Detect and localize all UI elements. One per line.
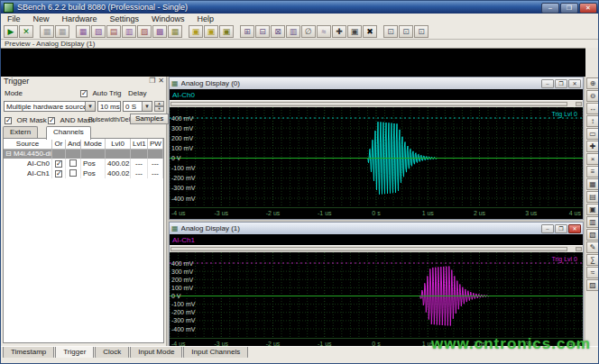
option-setup-icon[interactable]: ▦ (168, 25, 182, 38)
card-settings-icon[interactable]: ▦ (76, 25, 90, 38)
grid-icon[interactable]: ▦ (586, 178, 599, 190)
close-button[interactable]: ✕ (579, 3, 597, 14)
scrollbar-end-button[interactable] (576, 102, 582, 106)
waveform-area-ch1[interactable]: 400 mV300 mV200 mV100 mV0 V-100 mV-200 m… (170, 252, 583, 338)
trigger-tab-extern[interactable]: Extern (3, 126, 38, 139)
close-button[interactable]: ✕ (568, 79, 581, 88)
maximize-button[interactable]: ❐ (560, 3, 578, 14)
delay-spinner[interactable]: ▲ ▼ (154, 101, 164, 112)
calculation-icon[interactable]: ∅ (301, 25, 316, 38)
level0-cell[interactable]: 400.02... (106, 159, 131, 168)
zoom-out-icon[interactable]: ⊖ (586, 90, 599, 102)
samples-button[interactable]: Samples (130, 114, 169, 124)
cursor-off-icon[interactable]: × (586, 153, 599, 165)
level1-cell[interactable]: --- (131, 159, 148, 168)
trigger-mode-cell[interactable]: Pos (81, 159, 106, 168)
card-group-row[interactable]: ⊟ M4i.4450-di S... (4, 150, 163, 159)
digital-display-icon[interactable]: ▥ (286, 25, 300, 38)
or-mask-checkbox[interactable] (5, 117, 12, 124)
clock-setup-icon[interactable]: ▥ (122, 25, 136, 38)
zoom-horizontal-icon[interactable]: ↔ (586, 103, 599, 114)
start-acquisition-icon[interactable]: ▶ (4, 25, 18, 38)
analog-display-icon[interactable]: ⊟ (255, 25, 270, 38)
menu-item-settings[interactable]: Settings (104, 14, 146, 23)
level1-cell[interactable]: --- (131, 168, 148, 178)
auto-trig-checkbox[interactable] (80, 90, 88, 97)
menu-item-hardware[interactable]: Hardware (56, 14, 104, 23)
card-group-label[interactable]: ⊟ M4i.4450-di S... (4, 150, 52, 159)
scrollbar-thumb[interactable] (170, 102, 567, 106)
input-setup-icon[interactable]: ▧ (91, 25, 106, 38)
cursor-icon[interactable]: ✚ (586, 141, 599, 152)
menu-item-help[interactable]: Help (191, 14, 221, 23)
analog-display-0-titlebar[interactable]: ▦ Analog Display (0) – ❐ ✕ (170, 77, 583, 89)
fft-icon[interactable]: ≈ (317, 25, 331, 38)
spinner-down-icon[interactable]: ▼ (154, 106, 164, 112)
new-display-icon[interactable]: ⊞ (240, 25, 254, 38)
restore-button[interactable]: ❐ (555, 224, 567, 233)
waveform-area-ch0[interactable]: 400 mV300 mV200 mV100 mV0 V-100 mV-200 m… (170, 107, 583, 207)
trigger-panel-title[interactable]: Trigger ❐ ✕ (1, 77, 166, 86)
analog-display-1-window[interactable]: ▦ Analog Display (1) – ❐ ✕ AI-Ch1 400 mV… (169, 222, 584, 350)
trigger-mode-cell[interactable]: Pos (81, 168, 106, 178)
and-checkbox[interactable] (66, 159, 81, 168)
minimize-button[interactable]: – (541, 224, 554, 233)
snapshot-icon[interactable]: ▦ (55, 25, 69, 38)
zoom-vertical-icon[interactable]: ↕ (586, 115, 599, 127)
copy-channel-icon[interactable]: ▣ (347, 25, 362, 38)
and-checkbox[interactable] (66, 168, 81, 178)
export-icon[interactable]: ▣ (219, 25, 234, 38)
channel-setup-icon[interactable]: ▨ (137, 25, 152, 38)
monitor-1-icon[interactable]: ⊡ (383, 25, 398, 38)
horizontal-scrollbar[interactable] (170, 100, 583, 107)
monitor-2-icon[interactable]: ⊡ (399, 25, 413, 38)
trigger-tab-channels[interactable]: Channels (46, 126, 91, 140)
overlay-icon[interactable]: ▥ (586, 216, 599, 228)
analog-display-0-window[interactable]: ▦ Analog Display (0) – ❐ ✕ AI-Ch0 400 mV… (169, 77, 584, 220)
pulsewidth-cell[interactable]: --- (148, 168, 163, 178)
table-row[interactable]: AI-Ch1Pos400.02...------ (4, 168, 163, 178)
minimize-button[interactable]: – (541, 79, 554, 88)
restore-button[interactable]: ❐ (555, 79, 567, 88)
signal-list-icon[interactable]: ≡ (586, 166, 599, 177)
and-mask-checkbox[interactable] (48, 117, 55, 124)
delay-unit-field[interactable]: 10 ms (97, 101, 121, 112)
add-channel-icon[interactable]: ✚ (332, 25, 346, 38)
record-icon[interactable]: ▦ (40, 25, 54, 38)
zoom-in-icon[interactable]: ⊕ (586, 77, 599, 89)
annotate-icon[interactable]: ✎ (586, 241, 599, 253)
menu-item-new[interactable]: New (27, 14, 56, 23)
menu-item-file[interactable]: File (1, 14, 27, 23)
stop-acquisition-icon[interactable]: ✕ (19, 25, 33, 38)
xy-display-icon[interactable]: ⊠ (271, 25, 285, 38)
save-as-icon[interactable]: ▣ (204, 25, 218, 38)
delay-value-select[interactable]: 0 S ▼ (123, 101, 152, 112)
snapshot-view-icon[interactable]: ▣ (586, 204, 599, 215)
info-table-icon[interactable]: ▤ (586, 191, 599, 203)
mode-setup-icon[interactable]: ▩ (152, 25, 167, 38)
trigger-setup-icon[interactable]: ▤ (106, 25, 121, 38)
smooth-icon[interactable]: ≈ (586, 267, 599, 278)
trigger-mode-select[interactable]: Multiple hardware sources with AND/OR ▼ (4, 101, 96, 112)
pulsewidth-cell[interactable]: --- (148, 159, 163, 168)
menu-item-windows[interactable]: Windows (145, 14, 191, 23)
panel-float-icon[interactable]: ❐ (149, 77, 155, 85)
close-button[interactable]: ✕ (568, 224, 581, 233)
sum-icon[interactable]: ∑ (586, 254, 599, 266)
pattern-icon[interactable]: ▨ (586, 279, 599, 291)
chevron-down-icon[interactable]: ▼ (85, 102, 95, 111)
titlebar[interactable]: SBench 6.2.2 build 8080 (Professional - … (1, 1, 599, 14)
panel-close-icon[interactable]: ✕ (158, 77, 164, 85)
monitor-3-icon[interactable]: ⊡ (414, 25, 429, 38)
preview-area[interactable] (1, 48, 585, 77)
level0-cell[interactable]: 400.02... (106, 168, 131, 178)
horizontal-scrollbar[interactable] (170, 245, 583, 252)
hatch-view-icon[interactable]: ▧ (586, 229, 599, 241)
or-checkbox[interactable] (52, 159, 66, 168)
analog-display-1-titlebar[interactable]: ▦ Analog Display (1) – ❐ ✕ (170, 223, 583, 234)
scrollbar-end-button[interactable] (576, 247, 582, 251)
or-checkbox[interactable] (52, 168, 66, 178)
save-icon[interactable]: ▣ (189, 25, 203, 38)
table-row[interactable]: AI-Ch0Pos400.02...------ (4, 159, 163, 168)
minimize-button[interactable]: – (541, 3, 559, 14)
